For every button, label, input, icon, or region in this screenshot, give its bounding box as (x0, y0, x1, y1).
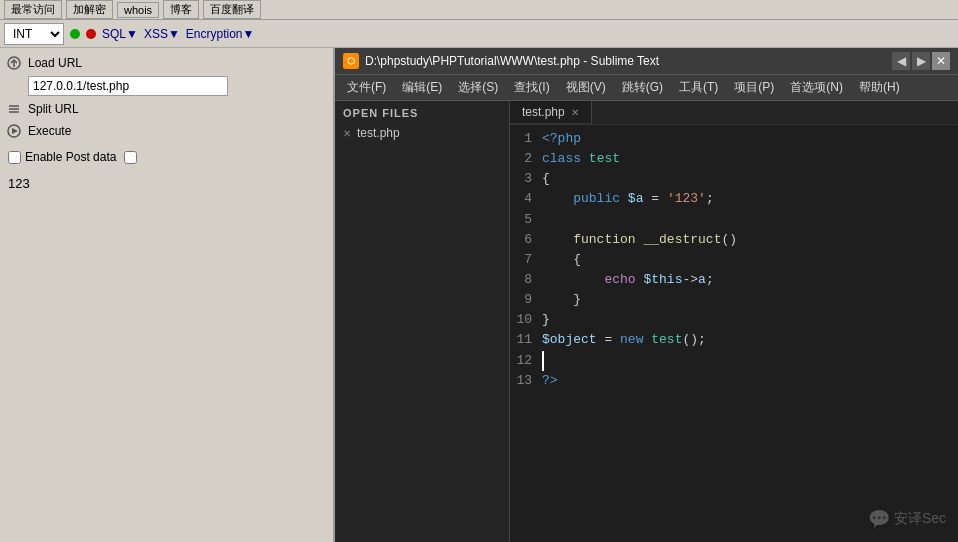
url-input-area (28, 76, 327, 96)
code-line-1: <?php (542, 129, 958, 149)
menu-tools[interactable]: 工具(T) (671, 77, 726, 98)
line-num-13: 13 (516, 371, 532, 391)
code-line-13: ?> (542, 371, 958, 391)
encryption-link[interactable]: Encryption▼ (186, 27, 255, 41)
sql-link[interactable]: SQL▼ (102, 27, 138, 41)
top-toolbar: 最常访问 加解密 whois 博客 百度翻译 (0, 0, 958, 20)
line-num-3: 3 (516, 169, 532, 189)
int-select[interactable]: INT (4, 23, 64, 45)
close-btn[interactable]: ✕ (932, 52, 950, 70)
btn-fanyi[interactable]: 百度翻译 (203, 0, 261, 19)
dot-red-icon (86, 29, 96, 39)
close-file-icon[interactable]: ✕ (343, 128, 351, 139)
menu-prefs[interactable]: 首选项(N) (782, 77, 851, 98)
sidebar-file-name: test.php (357, 126, 400, 140)
sublime-editor[interactable]: test.php ✕ 1 2 3 4 5 6 7 8 9 (510, 101, 958, 542)
nav-left-btn[interactable]: ◀ (892, 52, 910, 70)
sublime-icon: ⬡ (343, 53, 359, 69)
line-num-2: 2 (516, 149, 532, 169)
btn-jiajie[interactable]: 加解密 (66, 0, 113, 19)
code-line-8: echo $this->a; (542, 270, 958, 290)
code-line-7: { (542, 250, 958, 270)
line-num-7: 7 (516, 250, 532, 270)
load-url-row[interactable]: Load URL (0, 52, 333, 74)
left-buttons: Load URL Split URL (0, 48, 333, 146)
sublime-content: OPEN FILES ✕ test.php test.php ✕ (335, 101, 958, 542)
second-toolbar: INT SQL▼ XSS▼ Encryption▼ (0, 20, 958, 48)
line-num-9: 9 (516, 290, 532, 310)
menu-edit[interactable]: 编辑(E) (394, 77, 450, 98)
watermark-text: 安译Sec (894, 510, 946, 528)
line-num-12: 12 (516, 351, 532, 371)
menu-view[interactable]: 视图(V) (558, 77, 614, 98)
code-lines: <?php class test { public $a = '123'; fu… (542, 129, 958, 534)
line-num-4: 4 (516, 189, 532, 209)
line-num-10: 10 (516, 310, 532, 330)
dot-green-icon (70, 29, 80, 39)
enable-post-checkbox[interactable] (8, 151, 21, 164)
sublime-nav: ◀ ▶ ✕ (892, 52, 950, 70)
menu-file[interactable]: 文件(F) (339, 77, 394, 98)
extra-checkbox[interactable] (124, 151, 137, 164)
split-url-label: Split URL (28, 102, 79, 116)
editor-tabs: test.php ✕ (510, 101, 958, 125)
execute-label: Execute (28, 124, 71, 138)
tab-filename: test.php (522, 105, 565, 119)
sublime-sidebar: OPEN FILES ✕ test.php (335, 101, 510, 542)
btn-boke[interactable]: 博客 (163, 0, 199, 19)
menu-project[interactable]: 项目(P) (726, 77, 782, 98)
load-url-label: Load URL (28, 56, 82, 70)
sublime-icon-label: ⬡ (347, 56, 355, 66)
left-panel: Load URL Split URL (0, 48, 335, 542)
code-line-3: { (542, 169, 958, 189)
line-num-1: 1 (516, 129, 532, 149)
code-line-12 (542, 351, 958, 371)
result-value: 123 (8, 176, 30, 191)
svg-marker-6 (12, 128, 18, 134)
url-input[interactable] (28, 76, 228, 96)
execute-row[interactable]: Execute (0, 120, 333, 142)
menu-help[interactable]: 帮助(H) (851, 77, 908, 98)
btn-whois[interactable]: whois (117, 2, 159, 18)
watermark-icon: 💬 (868, 508, 890, 530)
line-numbers: 1 2 3 4 5 6 7 8 9 10 11 12 13 (510, 129, 542, 534)
line-num-6: 6 (516, 230, 532, 250)
close-tab-icon[interactable]: ✕ (571, 107, 579, 118)
line-num-11: 11 (516, 330, 532, 350)
code-line-5 (542, 210, 958, 230)
checkbox-row: Enable Post data (0, 146, 333, 168)
sublime-menubar: 文件(F) 编辑(E) 选择(S) 查找(I) 视图(V) 跳转(G) 工具(T… (335, 75, 958, 101)
sidebar-title: OPEN FILES (335, 101, 509, 123)
line-num-8: 8 (516, 270, 532, 290)
line-num-5: 5 (516, 210, 532, 230)
code-area[interactable]: 1 2 3 4 5 6 7 8 9 10 11 12 13 (510, 125, 958, 538)
main-area: Load URL Split URL (0, 48, 958, 542)
menu-goto[interactable]: 跳转(G) (614, 77, 671, 98)
menu-select[interactable]: 选择(S) (450, 77, 506, 98)
menu-find[interactable]: 查找(I) (506, 77, 557, 98)
split-url-icon (6, 101, 22, 117)
code-line-9: } (542, 290, 958, 310)
sublime-panel: ⬡ D:\phpstudy\PHPTutorial\WWW\test.php -… (335, 48, 958, 542)
load-url-icon (6, 55, 22, 71)
split-url-row[interactable]: Split URL (0, 98, 333, 120)
sidebar-file-item[interactable]: ✕ test.php (335, 123, 509, 143)
btn-zuichang[interactable]: 最常访问 (4, 0, 62, 19)
code-line-6: function __destruct() (542, 230, 958, 250)
result-area: 123 (0, 168, 333, 199)
editor-tab-test-php[interactable]: test.php ✕ (510, 101, 592, 124)
code-line-2: class test (542, 149, 958, 169)
sublime-titlebar: ⬡ D:\phpstudy\PHPTutorial\WWW\test.php -… (335, 48, 958, 75)
nav-right-btn[interactable]: ▶ (912, 52, 930, 70)
xss-link[interactable]: XSS▼ (144, 27, 180, 41)
watermark: 💬 安译Sec (868, 508, 946, 530)
execute-icon (6, 123, 22, 139)
code-line-4: public $a = '123'; (542, 189, 958, 209)
sublime-title: D:\phpstudy\PHPTutorial\WWW\test.php - S… (365, 54, 659, 68)
enable-post-label: Enable Post data (25, 150, 116, 164)
code-line-11: $object = new test(); (542, 330, 958, 350)
code-line-10: } (542, 310, 958, 330)
